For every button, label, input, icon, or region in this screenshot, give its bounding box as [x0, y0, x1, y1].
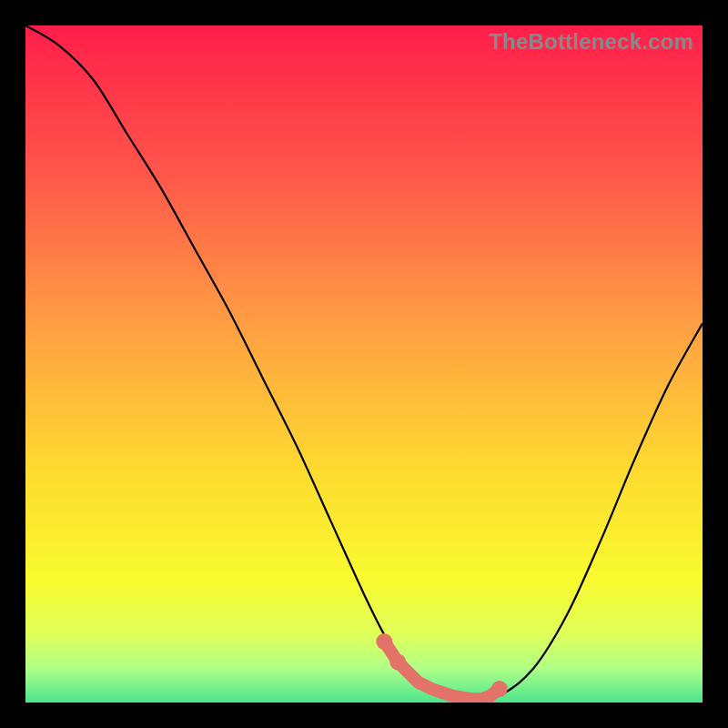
optimal-dot — [389, 653, 406, 670]
bottleneck-chart — [25, 25, 703, 703]
optimal-dot — [491, 681, 508, 697]
optimal-dot — [376, 633, 392, 650]
watermark-text: TheBottleneck.com — [489, 29, 693, 55]
gradient-background — [25, 25, 703, 703]
chart-frame: TheBottleneck.com — [25, 25, 703, 703]
